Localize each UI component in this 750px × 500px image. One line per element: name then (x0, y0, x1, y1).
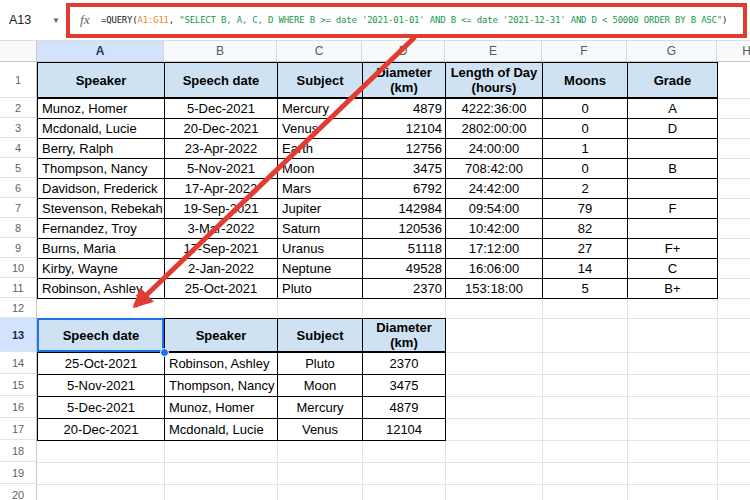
cell[interactable]: Moon (278, 159, 363, 179)
cell[interactable]: Berry, Ralph (38, 139, 165, 159)
name-box-caret-icon[interactable]: ▼ (52, 0, 60, 40)
name-box[interactable]: A13 (0, 0, 57, 40)
header-cell[interactable]: Subject (278, 319, 363, 353)
cell[interactable]: 17-Apr-2022 (165, 179, 278, 199)
cell[interactable]: Robinson, Ashley (38, 279, 165, 299)
cell[interactable]: 4222:36:00 (446, 99, 543, 119)
cell[interactable]: 4879 (363, 397, 446, 419)
cell[interactable]: Moon (278, 375, 363, 397)
row-header-15[interactable]: 15 (0, 374, 37, 396)
cell[interactable]: 19-Sep-2021 (165, 199, 278, 219)
cell[interactable]: Davidson, Frederick (38, 179, 165, 199)
row-header-20[interactable]: 20 (0, 484, 37, 500)
select-all-corner[interactable] (0, 40, 37, 62)
cell[interactable]: 16:06:00 (446, 259, 543, 279)
cell[interactable]: Venus (278, 119, 363, 139)
cell[interactable]: C (628, 259, 718, 279)
cell[interactable]: 12104 (363, 419, 446, 441)
cell[interactable]: 12756 (363, 139, 446, 159)
cell[interactable]: 4879 (363, 99, 446, 119)
cell[interactable]: 27 (543, 239, 628, 259)
cell[interactable]: 120536 (363, 219, 446, 239)
fill-handle[interactable] (160, 348, 169, 357)
cell[interactable]: 20-Dec-2021 (165, 119, 278, 139)
cell[interactable]: 6792 (363, 179, 446, 199)
cell[interactable]: 2370 (363, 353, 446, 375)
cell[interactable]: 17-Sep-2021 (165, 239, 278, 259)
row-header-4[interactable]: 4 (0, 138, 37, 158)
cell[interactable]: 0 (543, 119, 628, 139)
cell[interactable]: Earth (278, 139, 363, 159)
column-header-F[interactable]: F (542, 40, 627, 62)
cell[interactable] (628, 219, 718, 239)
cell[interactable]: 3475 (363, 159, 446, 179)
header-cell[interactable]: Speaker (165, 319, 278, 353)
cell[interactable]: 5 (543, 279, 628, 299)
cell[interactable]: F+ (628, 239, 718, 259)
column-header-C[interactable]: C (277, 40, 362, 62)
cell[interactable]: Fernandez, Troy (38, 219, 165, 239)
cell[interactable]: 09:54:00 (446, 199, 543, 219)
cell[interactable]: 2-Jan-2022 (165, 259, 278, 279)
cell[interactable]: 17:12:00 (446, 239, 543, 259)
cell[interactable]: Thompson, Nancy (165, 375, 278, 397)
header-cell[interactable]: Diameter (km) (363, 319, 446, 353)
cell[interactable]: 3-Mar-2022 (165, 219, 278, 239)
cell[interactable]: 2 (543, 179, 628, 199)
cell[interactable]: B+ (628, 279, 718, 299)
row-header-16[interactable]: 16 (0, 396, 37, 418)
cell[interactable]: 23-Apr-2022 (165, 139, 278, 159)
cell[interactable]: Saturn (278, 219, 363, 239)
cell[interactable]: Robinson, Ashley (165, 353, 278, 375)
cell[interactable]: 5-Nov-2021 (38, 375, 165, 397)
cell[interactable]: D (628, 119, 718, 139)
cell[interactable]: Mercury (278, 99, 363, 119)
row-header-10[interactable]: 10 (0, 258, 37, 278)
row-header-18[interactable]: 18 (0, 440, 37, 462)
row-header-12[interactable]: 12 (0, 298, 37, 318)
cell[interactable]: 79 (543, 199, 628, 219)
cell[interactable]: 708:42:00 (446, 159, 543, 179)
column-header-D[interactable]: D (362, 40, 445, 62)
cell[interactable] (628, 179, 718, 199)
cell[interactable]: 3475 (363, 375, 446, 397)
cell[interactable]: 25-Oct-2021 (38, 353, 165, 375)
header-cell[interactable]: Moons (543, 63, 628, 99)
cell[interactable]: A (628, 99, 718, 119)
cell[interactable]: 5-Nov-2021 (165, 159, 278, 179)
header-cell[interactable]: Diameter (km) (363, 63, 446, 99)
cell[interactable]: 153:18:00 (446, 279, 543, 299)
header-cell[interactable]: Speech date (38, 319, 165, 353)
cell[interactable]: 24:00:00 (446, 139, 543, 159)
cell[interactable]: 10:42:00 (446, 219, 543, 239)
row-header-1[interactable]: 1 (0, 62, 37, 98)
row-header-17[interactable]: 17 (0, 418, 37, 440)
header-cell[interactable]: Speech date (165, 63, 278, 99)
cell[interactable]: 82 (543, 219, 628, 239)
row-header-2[interactable]: 2 (0, 98, 37, 118)
cell[interactable]: Burns, Maria (38, 239, 165, 259)
cell[interactable]: Munoz, Homer (165, 397, 278, 419)
cell[interactable]: 24:42:00 (446, 179, 543, 199)
cell[interactable]: Jupiter (278, 199, 363, 219)
cell[interactable]: Stevenson, Rebekah (38, 199, 165, 219)
cell[interactable]: F (628, 199, 718, 219)
cell[interactable]: 12104 (363, 119, 446, 139)
row-header-7[interactable]: 7 (0, 198, 37, 218)
cell[interactable]: 5-Dec-2021 (165, 99, 278, 119)
column-header-H[interactable]: H (717, 40, 750, 62)
column-header-G[interactable]: G (627, 40, 717, 62)
row-header-9[interactable]: 9 (0, 238, 37, 258)
cell[interactable]: 0 (543, 159, 628, 179)
column-header-E[interactable]: E (445, 40, 542, 62)
row-header-14[interactable]: 14 (0, 352, 37, 374)
cell[interactable]: Pluto (278, 353, 363, 375)
cell[interactable]: 25-Oct-2021 (165, 279, 278, 299)
cell[interactable]: 1 (543, 139, 628, 159)
cell[interactable]: 49528 (363, 259, 446, 279)
cell[interactable] (628, 139, 718, 159)
cell[interactable]: 0 (543, 99, 628, 119)
header-cell[interactable]: Speaker (38, 63, 165, 99)
cell[interactable]: 14 (543, 259, 628, 279)
header-cell[interactable]: Grade (628, 63, 718, 99)
